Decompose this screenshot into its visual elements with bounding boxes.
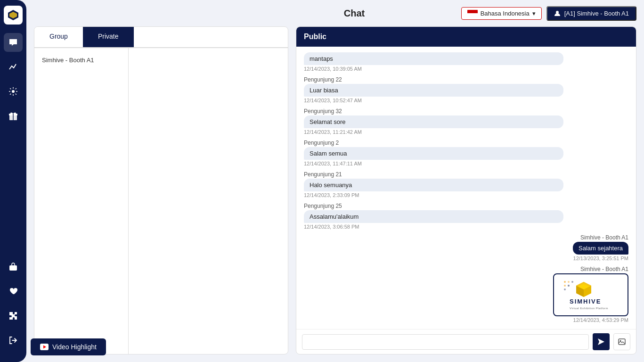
gift-sidebar-icon[interactable]	[4, 107, 23, 125]
send-icon	[597, 338, 605, 346]
msg-sender-3: Pengunjung 32	[304, 108, 628, 115]
lang-dropdown-icon: ▾	[532, 10, 536, 17]
svg-rect-23	[619, 339, 625, 345]
msg-time-7: 12/13/2023, 3:25:51 PM	[573, 255, 628, 261]
settings-sidebar-icon[interactable]	[4, 82, 23, 101]
user-icon	[554, 10, 561, 16]
user-button[interactable]: [A1] Simhive - Booth A1	[546, 6, 636, 21]
msg-bubble-1: mantaps	[304, 52, 563, 65]
msg-bubble-3: Selamat sore	[304, 115, 563, 128]
left-content: Simhive - Booth A1	[34, 48, 288, 354]
svg-marker-22	[598, 338, 604, 345]
tab-group[interactable]: Group	[34, 27, 83, 47]
svg-point-9	[564, 281, 566, 283]
msg-time-5: 12/14/2023, 2:33:09 PM	[304, 192, 628, 198]
msg-sender-6: Pengunjung 25	[304, 203, 628, 209]
language-label: Bahasa Indonesia	[481, 10, 530, 17]
msg-bubble-6: Assalamu'alaikum	[304, 210, 563, 223]
message-6: Pengunjung 25 Assalamu'alaikum 12/14/202…	[304, 203, 628, 230]
msg-bubble-5: Halo semuanya	[304, 179, 563, 191]
briefcase-sidebar-icon[interactable]	[4, 257, 23, 276]
main-content: Chat Bahasa Indonesia ▾ [A1] Simhive - B…	[26, 0, 644, 362]
msg-sender-5: Pengunjung 21	[304, 171, 628, 178]
sidebar-logo	[4, 6, 23, 25]
message-2: Pengunjung 22 Luar biasa 12/14/2023, 10:…	[304, 76, 628, 103]
msg-sender-4: Pengunjung 2	[304, 140, 628, 146]
message-8: Simhive - Booth A1	[304, 266, 628, 323]
page-title: Chat	[247, 8, 461, 19]
svg-rect-6	[9, 265, 17, 271]
svg-point-14	[564, 288, 566, 290]
msg-sender-8: Simhive - Booth A1	[580, 266, 628, 272]
language-button[interactable]: Bahasa Indonesia ▾	[461, 7, 542, 20]
msg-time-4: 12/14/2023, 11:47:11 AM	[304, 161, 628, 166]
group-item[interactable]: Simhive - Booth A1	[40, 54, 122, 66]
simhive-logo-svg: SIMHIVE Virtual Exhibition Platform	[560, 277, 621, 313]
message-1: mantaps 12/14/2023, 10:39:05 AM	[304, 52, 628, 72]
puzzle-sidebar-icon[interactable]	[4, 306, 23, 325]
msg-sender-2: Pengunjung 22	[304, 76, 628, 83]
svg-point-2	[12, 90, 15, 93]
group-panel: Simhive - Booth A1	[34, 48, 129, 354]
svg-point-11	[571, 281, 573, 283]
svg-point-10	[568, 281, 570, 283]
image-button[interactable]	[613, 333, 630, 350]
svg-text:Virtual Exhibition Platform: Virtual Exhibition Platform	[570, 307, 608, 310]
header-right: Bahasa Indonesia ▾ [A1] Simhive - Booth …	[461, 6, 636, 21]
msg-image-8: SIMHIVE Virtual Exhibition Platform	[553, 273, 628, 316]
svg-point-13	[568, 285, 570, 287]
chat-area: Group Private Simhive - Booth A1 Public …	[34, 26, 636, 354]
heart-sidebar-icon[interactable]	[4, 282, 23, 301]
message-4: Pengunjung 2 Salam semua 12/14/2023, 11:…	[304, 140, 628, 166]
private-panel	[129, 48, 288, 354]
youtube-icon	[40, 344, 49, 350]
send-button[interactable]	[593, 333, 610, 350]
public-header: Public	[296, 27, 636, 47]
analytics-sidebar-icon[interactable]	[4, 58, 23, 76]
video-highlight-label: Video Highlight	[52, 343, 97, 351]
svg-text:SIMHIVE: SIMHIVE	[570, 298, 601, 305]
image-icon	[618, 338, 626, 346]
chat-messages[interactable]: mantaps 12/14/2023, 10:39:05 AM Pengunju…	[296, 47, 636, 329]
indonesia-flag	[467, 10, 478, 16]
sidebar	[0, 0, 26, 362]
logout-sidebar-icon[interactable]	[4, 331, 23, 350]
video-highlight-button[interactable]: Video Highlight	[31, 338, 106, 355]
msg-time-1: 12/14/2023, 10:39:05 AM	[304, 66, 628, 72]
msg-sender-7: Simhive - Booth A1	[580, 234, 628, 241]
msg-time-3: 12/14/2023, 11:21:42 AM	[304, 129, 628, 135]
msg-time-6: 12/14/2023, 3:06:58 PM	[304, 224, 628, 230]
message-5: Pengunjung 21 Halo semuanya 12/14/2023, …	[304, 171, 628, 198]
chat-input-bar	[296, 329, 636, 354]
user-label: [A1] Simhive - Booth A1	[564, 10, 629, 17]
msg-time-2: 12/14/2023, 10:52:47 AM	[304, 98, 628, 103]
header: Chat Bahasa Indonesia ▾ [A1] Simhive - B…	[34, 0, 636, 26]
msg-bubble-2: Luar biasa	[304, 84, 563, 97]
msg-bubble-7: Salam sejahtera	[573, 242, 628, 255]
tab-private[interactable]: Private	[83, 27, 134, 47]
message-7: Simhive - Booth A1 Salam sejahtera 12/13…	[304, 234, 628, 261]
msg-time-8: 12/14/2023, 4:53:29 PM	[573, 317, 628, 323]
tab-bar: Group Private	[34, 27, 288, 48]
left-panel: Group Private Simhive - Booth A1	[34, 26, 288, 354]
chat-input-field[interactable]	[302, 334, 589, 350]
right-panel: Public mantaps 12/14/2023, 10:39:05 AM P…	[296, 26, 636, 354]
chat-sidebar-icon[interactable]	[4, 33, 23, 52]
message-3: Pengunjung 32 Selamat sore 12/14/2023, 1…	[304, 108, 628, 135]
svg-point-12	[564, 285, 566, 287]
msg-bubble-4: Salam semua	[304, 147, 563, 160]
